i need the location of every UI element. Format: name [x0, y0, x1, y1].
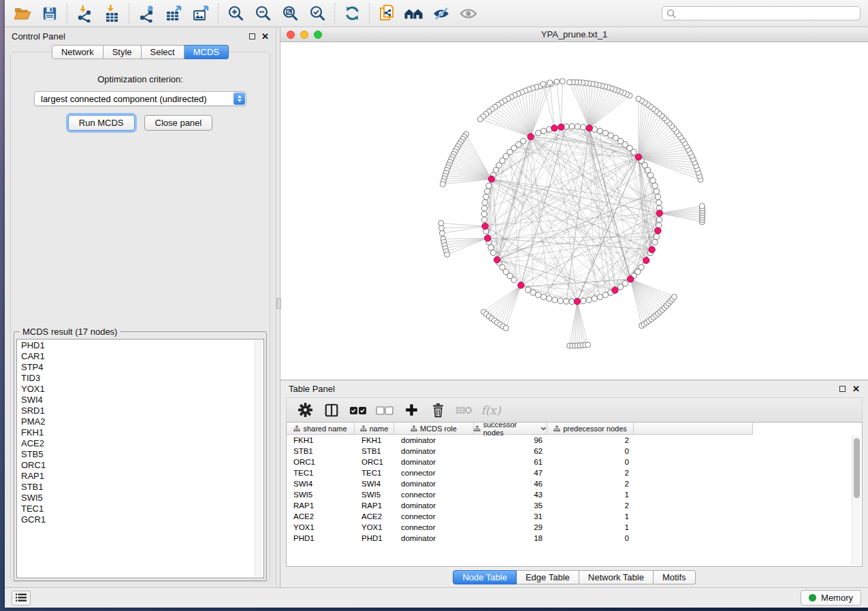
- column-header-predecessor-nodes[interactable]: predecessor nodes: [547, 423, 634, 435]
- zoom-selected-button[interactable]: [304, 2, 331, 25]
- network-node[interactable]: [585, 342, 591, 348]
- mcds-hub-node[interactable]: [485, 235, 491, 241]
- mcds-hub-node[interactable]: [655, 227, 661, 233]
- first-neighbors-button[interactable]: [400, 2, 428, 25]
- mcds-result-item[interactable]: PHD1: [21, 340, 263, 351]
- tab-network[interactable]: Network: [52, 45, 103, 59]
- network-node[interactable]: [439, 231, 445, 236]
- network-node[interactable]: [636, 96, 641, 101]
- network-node[interactable]: [592, 296, 597, 301]
- mcds-result-item[interactable]: FKH1: [21, 427, 263, 438]
- network-node[interactable]: [560, 78, 565, 84]
- table-row[interactable]: SWI4SWI4dominator462: [287, 478, 862, 489]
- float-table-panel-icon[interactable]: [839, 386, 846, 392]
- zoom-in-button[interactable]: [222, 2, 249, 25]
- mcds-hub-node[interactable]: [558, 124, 564, 130]
- memory-button[interactable]: Memory: [801, 590, 861, 606]
- duplicate-network-button[interactable]: [373, 2, 400, 25]
- task-history-button[interactable]: [12, 591, 31, 606]
- window-minimize-icon[interactable]: [300, 31, 308, 39]
- network-node[interactable]: [439, 225, 445, 231]
- mcds-hub-node[interactable]: [586, 125, 592, 131]
- network-node[interactable]: [511, 277, 517, 282]
- network-node[interactable]: [530, 290, 536, 295]
- network-node[interactable]: [650, 178, 656, 183]
- network-node[interactable]: [481, 211, 487, 216]
- mcds-result-item[interactable]: STB1: [21, 482, 263, 493]
- save-session-button[interactable]: [36, 2, 63, 25]
- network-node[interactable]: [581, 125, 586, 130]
- result-list-scrollbar[interactable]: [255, 340, 263, 577]
- network-node[interactable]: [652, 240, 658, 245]
- mcds-hub-node[interactable]: [635, 154, 641, 160]
- run-mcds-button[interactable]: Run MCDS: [68, 115, 135, 131]
- table-settings-button[interactable]: [295, 401, 315, 420]
- table-tab-motifs[interactable]: Motifs: [654, 570, 696, 584]
- mcds-result-item[interactable]: SRD1: [21, 406, 263, 416]
- mcds-result-item[interactable]: PMA2: [21, 416, 263, 427]
- network-node[interactable]: [558, 298, 563, 303]
- network-node[interactable]: [481, 217, 487, 222]
- network-node[interactable]: [654, 188, 659, 194]
- network-node[interactable]: [483, 194, 489, 199]
- export-image-button[interactable]: [187, 2, 214, 25]
- network-node[interactable]: [552, 297, 558, 303]
- mcds-result-item[interactable]: SWI4: [21, 395, 263, 406]
- network-node[interactable]: [536, 130, 541, 135]
- network-node[interactable]: [597, 294, 602, 299]
- table-row[interactable]: PHD1PHD1dominator180: [287, 533, 862, 544]
- export-network-button[interactable]: [133, 2, 160, 25]
- search-input[interactable]: [662, 6, 861, 20]
- mcds-hub-node[interactable]: [551, 125, 558, 131]
- tab-mcds[interactable]: MCDS: [184, 45, 229, 59]
- mcds-result-item[interactable]: STP4: [21, 362, 263, 373]
- show-columns-button[interactable]: [321, 401, 342, 420]
- mcds-hub-node[interactable]: [627, 276, 633, 282]
- select-all-button[interactable]: [348, 401, 368, 420]
- mcds-hub-node[interactable]: [528, 133, 534, 139]
- table-row[interactable]: FKH1FKH1dominator962: [287, 435, 862, 446]
- zoom-out-button[interactable]: [249, 2, 276, 25]
- optimization-criterion-select[interactable]: largest connected component (undirected): [34, 91, 246, 106]
- tab-select[interactable]: Select: [142, 45, 184, 59]
- mcds-hub-node[interactable]: [649, 246, 655, 252]
- mcds-result-item[interactable]: STB5: [21, 449, 263, 460]
- network-node[interactable]: [656, 200, 661, 205]
- table-scrollbar[interactable]: [852, 435, 861, 565]
- table-row[interactable]: ORC1ORC1dominator610: [287, 457, 862, 467]
- deselect-all-button[interactable]: [374, 401, 395, 420]
- import-table-button[interactable]: [98, 2, 125, 25]
- column-header-successor-nodes[interactable]: successor nodes: [474, 423, 547, 435]
- mcds-result-item[interactable]: ORC1: [21, 460, 263, 471]
- mcds-result-item[interactable]: SWI5: [21, 493, 263, 503]
- mcds-hub-node[interactable]: [643, 257, 649, 263]
- table-row[interactable]: RAP1RAP1dominator352: [287, 500, 862, 511]
- network-node[interactable]: [655, 194, 660, 199]
- network-node[interactable]: [608, 133, 613, 138]
- network-node[interactable]: [547, 80, 553, 86]
- network-node[interactable]: [503, 325, 509, 331]
- splitter-handle-icon[interactable]: [276, 298, 281, 309]
- network-node[interactable]: [445, 252, 450, 257]
- import-network-button[interactable]: [71, 2, 98, 25]
- table-tab-network-table[interactable]: Network Table: [579, 570, 654, 584]
- zoom-fit-button[interactable]: [276, 2, 304, 25]
- network-node[interactable]: [567, 80, 573, 85]
- network-node[interactable]: [482, 200, 487, 205]
- network-node[interactable]: [546, 296, 551, 301]
- window-close-icon[interactable]: [287, 31, 295, 39]
- network-node[interactable]: [597, 128, 602, 133]
- network-node[interactable]: [541, 128, 546, 133]
- network-node[interactable]: [484, 188, 489, 194]
- network-node[interactable]: [486, 183, 492, 188]
- mcds-result-item[interactable]: TID3: [21, 373, 263, 384]
- mcds-hub-node[interactable]: [494, 257, 500, 263]
- mcds-hub-node[interactable]: [574, 298, 580, 304]
- mcds-hub-node[interactable]: [656, 210, 662, 216]
- network-node[interactable]: [602, 130, 608, 135]
- table-tab-node-table[interactable]: Node Table: [453, 570, 517, 584]
- network-node[interactable]: [672, 294, 677, 299]
- mcds-result-item[interactable]: GCR1: [21, 514, 263, 525]
- table-row[interactable]: SWI5SWI5connector431: [287, 489, 862, 500]
- close-panel-icon[interactable]: ✕: [261, 32, 269, 41]
